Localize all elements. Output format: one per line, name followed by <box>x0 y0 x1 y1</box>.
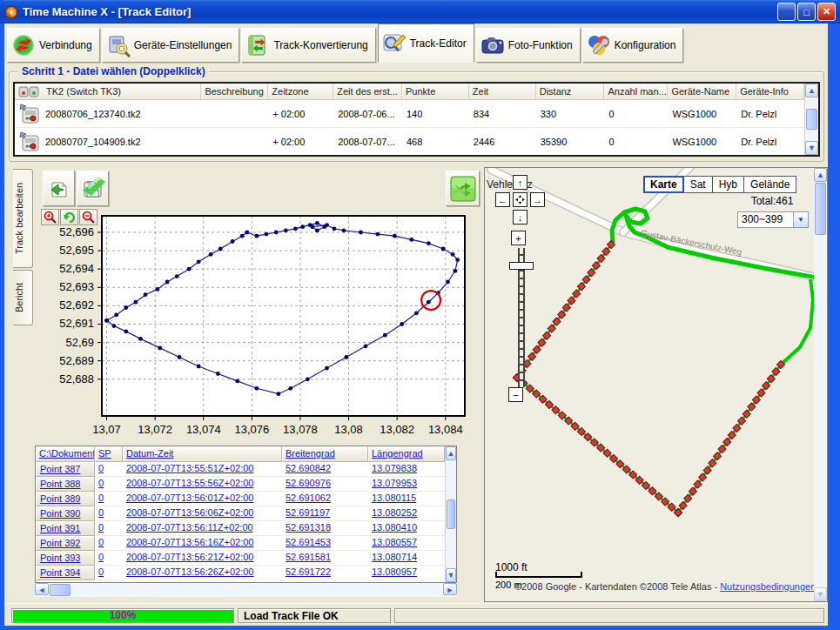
points-column-header[interactable]: SP <box>95 446 123 462</box>
point-value-cell[interactable]: 2008-07-07T13:56:16Z+02:00 <box>123 536 282 551</box>
point-name-cell[interactable]: Point 388 <box>36 477 95 492</box>
map-type-hyb[interactable]: Hyb <box>713 176 744 193</box>
file-table-column-header[interactable]: Zeit <box>469 84 536 100</box>
close-button[interactable]: ✕ <box>817 3 836 21</box>
point-value-cell[interactable]: 52.691581 <box>282 551 368 566</box>
toolbar-button-konfiguration[interactable]: Konfiguration <box>582 28 684 63</box>
point-row[interactable]: Point 39002008-07-07T13:56:06Z+02:0052.6… <box>36 506 445 521</box>
map-type-gelände[interactable]: Gelände <box>744 176 796 193</box>
scroll-up-icon[interactable]: ▲ <box>814 168 827 182</box>
point-row[interactable]: Point 38702008-07-07T13:55:51Z+02:0052.6… <box>36 462 445 477</box>
file-table-scrollbar[interactable]: ▲ ▼ <box>804 84 818 155</box>
point-value-cell[interactable]: 0 <box>95 506 123 521</box>
scroll-right-icon[interactable]: ► <box>443 583 457 595</box>
point-value-cell[interactable]: 0 <box>95 536 123 551</box>
point-name-cell[interactable]: Point 391 <box>36 521 95 536</box>
point-value-cell[interactable]: 52.690976 <box>282 477 368 492</box>
point-value-cell[interactable]: 52.691722 <box>282 566 368 580</box>
point-value-cell[interactable]: 2008-07-07T13:56:06Z+02:00 <box>123 506 282 521</box>
track-chart[interactable]: 13,0713,07213,07413,07613,07813,0813,082… <box>37 211 477 439</box>
point-name-cell[interactable]: Point 387 <box>36 462 95 477</box>
track-file-row[interactable]: 20080706_123740.tk2+ 02:002008-07-06...1… <box>15 100 804 128</box>
scroll-up-icon[interactable]: ▲ <box>805 84 818 97</box>
point-value-cell[interactable]: 13.080115 <box>368 492 445 506</box>
point-name-cell[interactable]: Point 392 <box>36 536 95 551</box>
file-table-column-header[interactable]: Beschreibung <box>201 84 268 100</box>
pan-down-button[interactable]: ↓ <box>513 210 528 225</box>
point-value-cell[interactable]: 13.080957 <box>368 566 445 580</box>
scroll-up-icon[interactable]: ▲ <box>446 446 456 460</box>
point-value-cell[interactable]: 2008-07-07T13:56:11Z+02:00 <box>123 521 282 536</box>
file-table-column-header[interactable]: Zeitzone <box>268 84 333 100</box>
scroll-down-icon[interactable]: ▼ <box>814 587 827 601</box>
scrollbar-thumb[interactable] <box>447 499 455 529</box>
point-value-cell[interactable]: 13.080410 <box>368 521 445 536</box>
chevron-down-icon[interactable]: ▼ <box>793 212 808 227</box>
point-value-cell[interactable]: 13.080252 <box>368 506 445 521</box>
load-track-button[interactable] <box>43 171 75 206</box>
point-value-cell[interactable]: 0 <box>95 477 123 492</box>
point-value-cell[interactable]: 52.691453 <box>282 536 368 551</box>
scroll-left-icon[interactable]: ◄ <box>35 583 49 595</box>
terms-link[interactable]: Nutzungsbedingungen <box>720 581 816 592</box>
point-name-cell[interactable]: Point 390 <box>36 506 95 521</box>
point-value-cell[interactable]: 52.691062 <box>282 492 368 506</box>
point-value-cell[interactable]: 0 <box>95 566 123 580</box>
point-value-cell[interactable]: 0 <box>95 521 123 536</box>
point-value-cell[interactable]: 0 <box>95 492 123 506</box>
toolbar-button-verbindung[interactable]: Verbindung <box>7 28 100 63</box>
maximize-button[interactable]: □ <box>797 3 816 21</box>
scrollbar-thumb[interactable] <box>50 584 71 596</box>
map-type-sat[interactable]: Sat <box>684 176 713 193</box>
point-name-cell[interactable]: Point 389 <box>36 492 95 506</box>
point-value-cell[interactable]: 2008-07-07T13:55:56Z+02:00 <box>123 477 282 492</box>
pan-up-button[interactable]: ↑ <box>513 175 528 190</box>
point-value-cell[interactable]: 13.080557 <box>368 536 445 551</box>
pan-right-button[interactable]: → <box>530 192 545 207</box>
point-row[interactable]: Point 39102008-07-07T13:56:11Z+02:0052.6… <box>36 521 445 536</box>
file-table-column-header[interactable]: Zeit des erst... <box>333 84 402 100</box>
points-column-header[interactable]: C:\Dokumente <box>36 446 95 462</box>
point-value-cell[interactable]: 0 <box>95 551 123 566</box>
map-zoom-out-button[interactable]: − <box>508 387 523 402</box>
file-table-column-header[interactable]: TK2 (Switch TK3) <box>15 84 201 100</box>
point-value-cell[interactable]: 52.690842 <box>282 462 368 477</box>
side-tab-track-bearbeiten[interactable]: Track bearbeiten <box>13 169 33 268</box>
side-tab-bericht[interactable]: Bericht <box>13 270 33 325</box>
file-table-column-header[interactable]: Distanz <box>536 84 605 100</box>
points-table-hscrollbar[interactable]: ◄ ► <box>35 583 457 597</box>
point-value-cell[interactable]: 13.079953 <box>368 477 445 492</box>
point-value-cell[interactable]: 2008-07-07T13:56:21Z+02:00 <box>123 551 282 566</box>
track-file-row[interactable]: 20080707_104909.tk2+ 02:002008-07-07...4… <box>15 128 804 155</box>
toolbar-button-track-konvertierung[interactable]: Track-Konvertierung <box>241 28 375 63</box>
points-column-header[interactable]: Längengrad <box>368 446 445 462</box>
point-value-cell[interactable]: 2008-07-07T13:56:26Z+02:00 <box>123 566 282 580</box>
point-value-cell[interactable]: 13.080714 <box>368 551 445 566</box>
map-type-karte[interactable]: Karte <box>643 176 684 193</box>
file-table-column-header[interactable]: Punkte <box>402 84 469 100</box>
toolbar-button-track-editor[interactable]: Track-Editor <box>378 23 474 63</box>
map-zoom-in-button[interactable]: + <box>511 231 526 245</box>
point-value-cell[interactable]: 52.691197 <box>282 506 368 521</box>
save-track-button[interactable]: Save <box>77 171 109 206</box>
toolbar-button-geraete-einstellungen[interactable]: Geräte-Einstellungen <box>102 28 240 63</box>
point-row[interactable]: Point 39202008-07-07T13:56:16Z+02:0052.6… <box>36 536 445 551</box>
file-table-column-header[interactable]: Anzahl man... <box>604 84 668 100</box>
minimize-button[interactable]: _ <box>777 3 796 21</box>
points-column-header[interactable]: Datum-Zeit <box>123 446 282 462</box>
file-table-column-header[interactable]: Geräte-Name <box>668 84 736 100</box>
point-value-cell[interactable]: 2008-07-07T13:56:01Z+02:00 <box>123 492 282 506</box>
point-row[interactable]: Point 39302008-07-07T13:56:21Z+02:0052.6… <box>36 551 445 566</box>
points-table-vscrollbar[interactable]: ▲ ▼ <box>445 446 456 582</box>
point-name-cell[interactable]: Point 393 <box>36 551 95 566</box>
scroll-down-icon[interactable]: ▼ <box>805 141 818 155</box>
scrollbar-thumb[interactable] <box>815 183 826 235</box>
pan-center-button[interactable] <box>513 192 528 207</box>
point-value-cell[interactable]: 0 <box>95 462 123 477</box>
swap-tracks-button[interactable] <box>446 171 480 206</box>
point-value-cell[interactable]: 13.079838 <box>368 462 445 477</box>
point-row[interactable]: Point 38902008-07-07T13:56:01Z+02:0052.6… <box>36 492 445 506</box>
map-canvas[interactable]: Vehlefanz Gustav-Bäckerschulz-Weg ↑ ← → … <box>485 168 816 601</box>
file-table-column-header[interactable]: Geräte-Info <box>736 84 804 100</box>
scrollbar-thumb[interactable] <box>806 109 817 130</box>
